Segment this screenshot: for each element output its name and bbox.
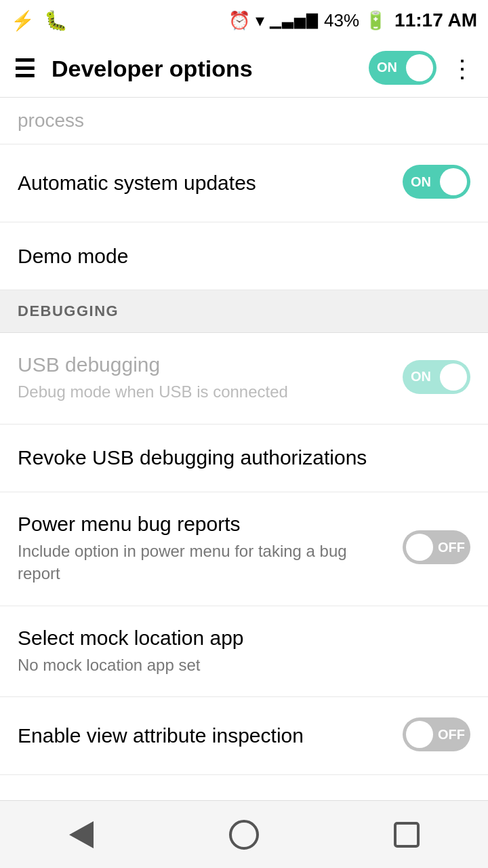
content: process Automatic system updates ON Demo…	[0, 98, 488, 843]
page-title: Developer options	[52, 56, 369, 82]
demo-mode-title: Demo mode	[18, 245, 457, 268]
power-menu-bug-reports-item[interactable]: Power menu bug reports Include option in…	[0, 492, 488, 606]
status-bar-right: ⏰ ▾ ▁▃▅▇ 43% 🔋 11:17 AM	[228, 9, 477, 31]
battery-percent: 43%	[324, 10, 359, 31]
power-menu-bug-reports-content: Power menu bug reports Include option in…	[18, 513, 403, 585]
more-options-icon[interactable]: ⋮	[450, 55, 474, 83]
debugging-section-title: Debugging	[18, 302, 119, 319]
power-menu-bug-reports-toggle[interactable]: OFF	[403, 530, 470, 567]
select-mock-location-app-item[interactable]: Select mock location app No mock locatio…	[0, 606, 488, 698]
usb-debugging-toggle[interactable]: ON	[403, 360, 470, 397]
usb-debugging-content: USB debugging Debug mode when USB is con…	[18, 353, 403, 403]
select-mock-location-app-title: Select mock location app	[18, 627, 457, 650]
demo-mode-content: Demo mode	[18, 245, 470, 268]
power-menu-bug-reports-subtitle: Include option in power menu for taking …	[18, 540, 389, 585]
status-bar: ⚡ 🐛 ⏰ ▾ ▁▃▅▇ 43% 🔋 11:17 AM	[0, 0, 488, 41]
enable-view-attribute-inspection-title: Enable view attribute inspection	[18, 724, 389, 747]
status-time: 11:17 AM	[394, 9, 477, 31]
partial-top-item: process	[0, 98, 488, 144]
alarm-icon: ⏰	[228, 10, 250, 31]
usb-debugging-title: USB debugging	[18, 353, 389, 376]
revoke-usb-debugging-title: Revoke USB debugging authorizations	[18, 446, 457, 469]
menu-icon[interactable]: ☰	[14, 57, 35, 81]
wifi-icon: ▾	[256, 10, 264, 31]
automatic-system-updates-title: Automatic system updates	[18, 172, 389, 195]
select-mock-location-app-subtitle: No mock location app set	[18, 654, 457, 677]
enable-view-attribute-inspection-content: Enable view attribute inspection	[18, 724, 403, 747]
select-mock-location-app-content: Select mock location app No mock locatio…	[18, 627, 470, 677]
bug-icon: 🐛	[44, 9, 68, 32]
power-menu-bug-reports-title: Power menu bug reports	[18, 513, 389, 536]
toolbar: ☰ Developer options ON ⋮	[0, 41, 488, 98]
signal-icon: ▁▃▅▇	[270, 12, 319, 29]
battery-icon: 🔋	[365, 10, 386, 31]
revoke-usb-debugging-content: Revoke USB debugging authorizations	[18, 446, 470, 469]
nav-bar	[0, 800, 488, 868]
developer-options-toggle[interactable]: ON	[369, 51, 436, 87]
enable-view-attribute-inspection-item[interactable]: Enable view attribute inspection OFF	[0, 697, 488, 775]
home-button[interactable]	[217, 814, 271, 855]
automatic-system-updates-content: Automatic system updates	[18, 172, 403, 195]
automatic-system-updates-toggle[interactable]: ON	[403, 165, 470, 201]
demo-mode-item[interactable]: Demo mode	[0, 222, 488, 290]
debugging-section-header: Debugging	[0, 290, 488, 333]
usb-debugging-subtitle: Debug mode when USB is connected	[18, 380, 389, 403]
enable-view-attribute-inspection-toggle[interactable]: OFF	[403, 717, 470, 754]
revoke-usb-debugging-item[interactable]: Revoke USB debugging authorizations	[0, 425, 488, 492]
status-bar-left: ⚡ 🐛	[11, 9, 68, 32]
usb-debugging-item[interactable]: USB debugging Debug mode when USB is con…	[0, 333, 488, 425]
back-button[interactable]	[54, 814, 108, 855]
usb-icon: ⚡	[11, 9, 35, 32]
automatic-system-updates-item[interactable]: Automatic system updates ON	[0, 144, 488, 222]
recent-apps-button[interactable]	[380, 814, 434, 855]
